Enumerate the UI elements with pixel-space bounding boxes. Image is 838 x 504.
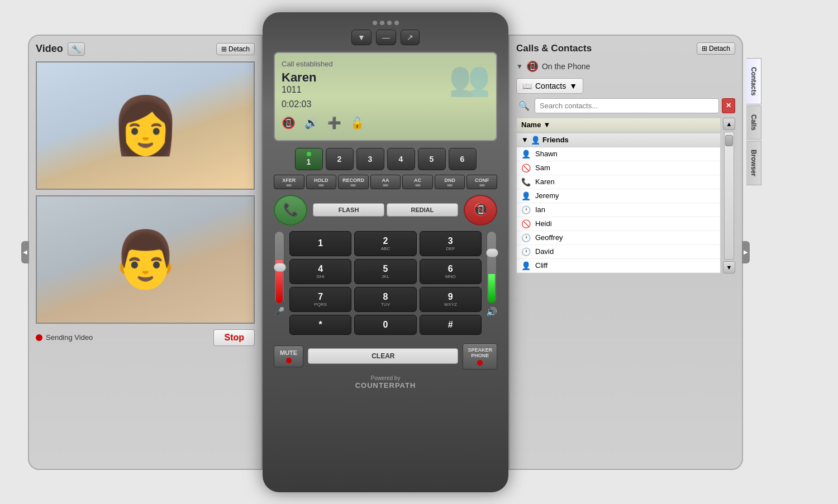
call-buttons-row: 📞 FLASH REDIAL 📵 bbox=[274, 195, 497, 225]
hangup-button[interactable]: 📵 bbox=[464, 195, 497, 225]
group-expand-icon[interactable]: ▼ bbox=[521, 136, 528, 144]
cliff-status-icon: 👤 bbox=[521, 261, 531, 270]
key-2[interactable]: 2 ABC bbox=[354, 231, 416, 256]
volume-slider-thumb[interactable] bbox=[486, 248, 498, 257]
video-settings-button[interactable]: 🔧 bbox=[68, 42, 85, 56]
key-0[interactable]: 0 bbox=[354, 315, 416, 335]
remote-video-box: 👩 bbox=[36, 61, 255, 190]
right-collapse-arrow[interactable]: ▶ bbox=[742, 241, 750, 263]
speakerphone-label: SPEAKERPHONE bbox=[468, 347, 492, 358]
scroll-controls: ▲ ▼ bbox=[723, 118, 735, 273]
scroll-up-button[interactable]: ▲ bbox=[723, 118, 735, 130]
dnd-button[interactable]: DND bbox=[435, 175, 465, 189]
contact-jeremy[interactable]: 👤 Jeremy bbox=[517, 189, 720, 203]
phone-device: ▼ — ↗ 👥 Call established Karen 1011 0:02… bbox=[263, 12, 508, 492]
answer-button[interactable]: 📞 bbox=[274, 195, 307, 225]
stop-button[interactable]: Stop bbox=[213, 329, 255, 346]
contact-shawn[interactable]: 👤 Shawn bbox=[517, 147, 720, 161]
contact-ian[interactable]: 🕐 Ian bbox=[517, 203, 720, 217]
hold-button[interactable]: HOLD bbox=[306, 175, 337, 189]
line-button-4[interactable]: 4 bbox=[387, 148, 415, 170]
contacts-search-input[interactable] bbox=[535, 98, 719, 113]
detach-icon: ⊞ bbox=[221, 45, 227, 53]
phone-menu-minus[interactable]: — bbox=[376, 30, 396, 45]
contact-geoffrey[interactable]: 🕐 Geoffrey bbox=[517, 231, 720, 245]
heidi-status-icon: 🚫 bbox=[521, 219, 531, 228]
contacts-panel-header: Calls & Contacts ⊞ Detach bbox=[516, 42, 735, 55]
conf-button[interactable]: CONF bbox=[466, 175, 497, 189]
volume-slider-track[interactable] bbox=[487, 231, 497, 304]
mute-button[interactable]: MUTE bbox=[274, 345, 303, 367]
phone-menu-forward[interactable]: ↗ bbox=[401, 30, 420, 45]
function-buttons-row: XFER HOLD RECORD AA AC DND bbox=[274, 175, 497, 189]
karen-name: Karen bbox=[535, 177, 555, 186]
aa-button[interactable]: AA bbox=[370, 175, 401, 189]
phone-brand: Powered by COUNTERPATH bbox=[355, 375, 416, 390]
speaker-volume-slider[interactable]: 🔊 bbox=[486, 231, 497, 338]
contacts-name-header: Name ▼ bbox=[516, 118, 721, 132]
scrollbar-track[interactable] bbox=[724, 132, 734, 260]
contacts-main-area: Name ▼ ▼ 👤 Friends 👤 Shawn 🚫 S bbox=[516, 118, 721, 273]
flash-redial-row: FLASH REDIAL bbox=[313, 203, 458, 217]
tab-calls[interactable]: Calls bbox=[746, 105, 761, 140]
ian-name: Ian bbox=[535, 205, 545, 214]
keypad-row-1: 1 2 ABC 3 DEF bbox=[289, 231, 482, 256]
video-detach-button[interactable]: ⊞ Detach bbox=[216, 43, 255, 55]
friends-group-label: Friends bbox=[542, 136, 569, 144]
scrollbar-thumb[interactable] bbox=[725, 135, 733, 146]
key-6[interactable]: 6 MNO bbox=[420, 259, 482, 284]
contact-heidi[interactable]: 🚫 Heidi bbox=[517, 217, 720, 231]
heidi-name: Heidi bbox=[535, 219, 552, 228]
phone-display: 👥 Call established Karen 1011 0:02:03 📵 … bbox=[274, 52, 497, 141]
line-button-3[interactable]: 3 bbox=[356, 148, 384, 170]
cliff-name: Cliff bbox=[535, 261, 547, 270]
redial-button[interactable]: REDIAL bbox=[387, 203, 458, 217]
contact-david[interactable]: 🕐 David bbox=[517, 245, 720, 259]
display-lock-icon: 🔓 bbox=[350, 116, 364, 129]
shawn-status-icon: 👤 bbox=[521, 150, 531, 159]
david-name: David bbox=[535, 247, 554, 256]
mic-volume-slider[interactable]: 🎤 bbox=[274, 231, 285, 338]
group-avatar-icon: 👤 bbox=[531, 136, 540, 145]
contacts-detach-button[interactable]: ⊞ Detach bbox=[697, 42, 735, 55]
mic-slider-thumb[interactable] bbox=[274, 263, 286, 272]
speakerphone-button[interactable]: SPEAKERPHONE bbox=[463, 343, 497, 369]
tab-contacts[interactable]: Contacts bbox=[746, 58, 761, 104]
record-button[interactable]: RECORD bbox=[338, 175, 369, 189]
flash-redial-group: FLASH REDIAL bbox=[313, 203, 458, 217]
ac-button[interactable]: AC bbox=[402, 175, 433, 189]
contact-cliff[interactable]: 👤 Cliff bbox=[517, 259, 720, 273]
david-status-icon: 🕐 bbox=[521, 247, 531, 256]
line-button-5[interactable]: 5 bbox=[418, 148, 446, 170]
contact-karen[interactable]: 📞 Karen bbox=[517, 175, 720, 189]
mic-slider-track[interactable] bbox=[274, 231, 284, 304]
line-button-6[interactable]: 6 bbox=[449, 148, 477, 170]
video-panel-title: Video bbox=[36, 43, 63, 55]
flash-button[interactable]: FLASH bbox=[313, 203, 384, 217]
on-the-phone-section: ▼ 📵 On the Phone bbox=[516, 60, 735, 73]
line-button-2[interactable]: 2 bbox=[326, 148, 354, 170]
scroll-down-button[interactable]: ▼ bbox=[723, 261, 735, 273]
contacts-list-area: Name ▼ ▼ 👤 Friends 👤 Shawn 🚫 S bbox=[516, 118, 735, 273]
left-collapse-arrow[interactable]: ◀ bbox=[21, 241, 29, 263]
key-star[interactable]: * bbox=[289, 315, 351, 335]
key-5[interactable]: 5 JKL bbox=[354, 259, 416, 284]
phone-top-buttons: ▼ — ↗ bbox=[351, 30, 420, 45]
contacts-dropdown[interactable]: 📖 Contacts ▼ bbox=[516, 78, 583, 94]
key-4[interactable]: 4 GHI bbox=[289, 259, 351, 284]
key-hash[interactable]: # bbox=[420, 315, 482, 335]
line-button-1[interactable]: 1 bbox=[295, 148, 323, 170]
contact-sam[interactable]: 🚫 Sam bbox=[517, 161, 720, 175]
key-3[interactable]: 3 DEF bbox=[420, 231, 482, 256]
xfer-button[interactable]: XFER bbox=[274, 175, 304, 189]
key-7[interactable]: 7 PQRS bbox=[289, 287, 351, 312]
tab-browser[interactable]: Browser bbox=[746, 141, 761, 185]
key-1[interactable]: 1 bbox=[289, 231, 351, 256]
on-phone-expand-arrow[interactable]: ▼ bbox=[516, 63, 523, 70]
display-active-icon: 🔊 bbox=[304, 116, 318, 129]
clear-button[interactable]: CLEAR bbox=[308, 348, 458, 364]
search-clear-button[interactable]: ✕ bbox=[722, 98, 735, 113]
key-9[interactable]: 9 WXYZ bbox=[420, 287, 482, 312]
key-8[interactable]: 8 TUV bbox=[354, 287, 416, 312]
phone-menu-down[interactable]: ▼ bbox=[351, 30, 372, 45]
